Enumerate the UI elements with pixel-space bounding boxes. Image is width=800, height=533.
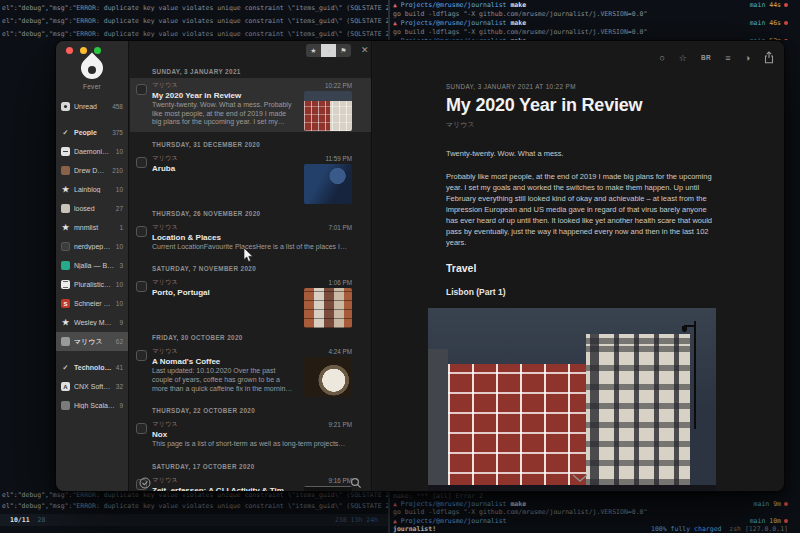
article-heading-travel: Travel	[446, 262, 718, 274]
exit-status-dot	[784, 502, 788, 506]
tmux-pane-indicator: 28	[38, 516, 46, 524]
prompt-command: make	[510, 1, 526, 9]
dot-icon: ●	[321, 47, 336, 54]
zoom-window-button[interactable]	[94, 47, 101, 54]
read-checkbox[interactable]	[136, 226, 147, 237]
fever-logo-icon	[81, 57, 103, 79]
prompt-arrow-icon: ▲	[393, 517, 397, 525]
sidebar-item-feed[interactable]: Drew DeVault's blog 210	[56, 161, 128, 180]
sidebar-item-feed[interactable]: mnmlist 1	[56, 218, 128, 237]
sidebar-item-unread[interactable]: Unread 458	[56, 97, 128, 116]
prompt-path: Projects/@mrusme/journalist	[401, 1, 507, 9]
list-filter-segmented-control: ★ ● ⚑	[306, 44, 351, 57]
appearance-toggle-icon[interactable]: ◑	[745, 53, 750, 63]
terminal-log-line: el":"debug","msg":"ERROR: duplicate key …	[2, 2, 388, 15]
sidebar-item-feed[interactable]: High Scalability 9	[56, 396, 128, 415]
mark-all-read-icon[interactable]	[139, 477, 151, 489]
git-branch: main	[750, 19, 766, 27]
open-in-browser-icon[interactable]: BR	[701, 54, 711, 61]
date-header: Friday, 30 October 2020	[152, 334, 371, 341]
close-icon[interactable]: ✕	[361, 45, 369, 55]
group-label: People	[74, 129, 108, 136]
feed-favicon	[61, 242, 70, 251]
unread-count: 10	[116, 243, 123, 250]
prompt-command: make	[510, 19, 526, 27]
date-header: Thursday, 22 October 2020	[152, 407, 371, 414]
sidebar-item-feed[interactable]: CNX Software – Emb… 32	[56, 377, 128, 396]
feed-favicon	[61, 204, 70, 213]
terminal-prompt-line: ▲ Projects/@mrusme/journalist main 10m	[393, 517, 788, 525]
sidebar-item-feed[interactable]: Njalla — Blog 3	[56, 256, 128, 275]
feed-favicon	[61, 280, 70, 289]
feed-label: mnmlist	[74, 224, 115, 231]
make-error-line: make: *** [all] Error 2	[393, 492, 788, 500]
sidebar-item-feed[interactable]: loosed 27	[56, 199, 128, 218]
sidebar-item-feed-selected[interactable]: マリウス 62	[56, 332, 128, 351]
list-item[interactable]: マリウス Nox This page is a list of short-te…	[130, 417, 371, 454]
feed-label: Wesley Moore	[74, 319, 115, 326]
star-favicon	[61, 318, 70, 327]
star-icon: ★	[306, 47, 321, 55]
duration: 10m	[769, 517, 781, 525]
window-controls	[66, 47, 101, 54]
build-command-line: go build -ldflags "-X github.com/mrusme/…	[393, 10, 788, 19]
list-item[interactable]: マリウス Porto, Portugal 1:06 PM	[130, 275, 371, 325]
date-header: Thursday, 26 November 2020	[152, 210, 371, 217]
exit-status-dot	[784, 39, 788, 40]
feed-label: Lainblog	[74, 186, 112, 193]
close-window-button[interactable]	[66, 47, 73, 54]
read-checkbox[interactable]	[136, 157, 147, 168]
item-title: My 2020 Year in Review	[152, 91, 295, 100]
star-outline-icon[interactable]: ☆	[679, 53, 687, 63]
filter-starred-button[interactable]: ★	[306, 44, 321, 57]
reader-view-icon[interactable]: ≡	[725, 53, 730, 63]
feed-sidebar: Fever Unread 458 ✓ People 375 Daemonic D…	[56, 41, 129, 491]
item-time: 9:21 PM	[329, 421, 352, 428]
mark-unread-icon[interactable]: ○	[659, 53, 664, 63]
sidebar-item-feed[interactable]: Lainblog 10	[56, 180, 128, 199]
flag-icon: ⚑	[336, 47, 351, 55]
expand-chevron-down-icon[interactable]	[572, 468, 588, 486]
build-command-line: go build -ldflags "-X github.com/mrusme/…	[393, 508, 788, 516]
read-checkbox[interactable]	[136, 84, 147, 95]
unread-count: 458	[112, 103, 123, 110]
share-icon[interactable]	[764, 51, 774, 64]
feed-label: Daemonic Dispatches	[74, 148, 112, 155]
sidebar-item-feed[interactable]: Schneier on Security 10	[56, 294, 128, 313]
sidebar-group-technology[interactable]: ✓ Technology 41	[56, 358, 128, 377]
unread-count: 10	[116, 300, 123, 307]
article-date: Sunday, 3 January 2021 at 10:22 PM	[446, 83, 718, 90]
sidebar-group-people[interactable]: ✓ People 375	[56, 123, 128, 142]
unread-count: 10	[116, 186, 123, 193]
article-reader-pane: ○ ☆ BR ≡ ◑ Sunday, 3 January 2021 at 10:…	[373, 41, 785, 491]
terminal-build-pane: ▲ Projects/@mrusme/journalist make main …	[393, 1, 788, 40]
unread-count: 9	[119, 402, 123, 409]
item-title: Nox	[152, 430, 351, 439]
sidebar-item-feed[interactable]: Daemonic Dispatches 10	[56, 142, 128, 161]
unread-count: 375	[112, 129, 123, 136]
read-checkbox[interactable]	[136, 281, 147, 292]
list-item[interactable]: マリウス A Nomad's Coffee Last updated: 10.1…	[130, 344, 371, 398]
exit-status-dot	[784, 21, 788, 25]
item-time: 1:06 PM	[329, 279, 352, 286]
sidebar-item-feed[interactable]: nerdypepper's µblog 10	[56, 237, 128, 256]
prompt-arrow-icon: ▲	[393, 19, 397, 27]
unread-count: 27	[116, 205, 123, 212]
search-icon[interactable]	[350, 477, 362, 489]
tmux-status-right: 238 13h 24h	[335, 516, 378, 524]
list-item[interactable]: マリウス Aruba 11:59 PM	[130, 151, 371, 201]
sidebar-item-feed[interactable]: Wesley Moore 9	[56, 313, 128, 332]
filter-unread-button[interactable]: ●	[321, 44, 336, 57]
item-source: マリウス	[152, 278, 295, 287]
item-source: マリウス	[152, 154, 295, 163]
minimize-window-button[interactable]	[80, 47, 87, 54]
git-branch: main	[754, 500, 770, 508]
sidebar-item-feed[interactable]: Pluralistic: Daily links… 10	[56, 275, 128, 294]
filter-flagged-button[interactable]: ⚑	[336, 44, 351, 57]
read-checkbox[interactable]	[136, 350, 147, 361]
item-source: マリウス	[152, 420, 351, 429]
exit-status-dot	[784, 519, 788, 523]
list-item-selected[interactable]: マリウス My 2020 Year in Review Twenty-twent…	[130, 78, 371, 132]
duration: 46s	[769, 19, 781, 27]
read-checkbox[interactable]	[136, 423, 147, 434]
